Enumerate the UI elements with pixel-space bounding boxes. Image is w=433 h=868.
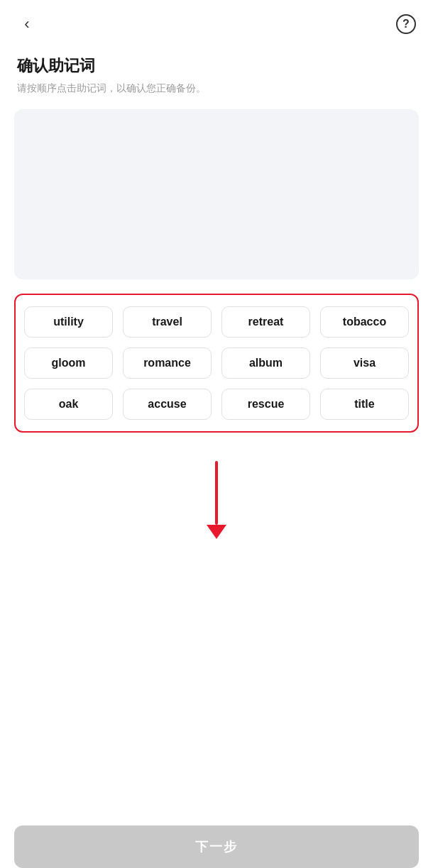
back-button[interactable]: ‹ bbox=[14, 11, 40, 37]
help-icon: ? bbox=[396, 14, 416, 34]
page-subtitle: 请按顺序点击助记词，以确认您正确备份。 bbox=[17, 82, 416, 95]
word-chip-visa[interactable]: visa bbox=[320, 347, 409, 379]
red-arrow bbox=[207, 461, 226, 539]
word-grid: utilitytravelretreattobaccogloomromancea… bbox=[24, 306, 409, 420]
word-chip-album[interactable]: album bbox=[221, 347, 310, 379]
page-title: 确认助记词 bbox=[17, 55, 416, 77]
arrow-container bbox=[0, 447, 433, 560]
word-chip-title[interactable]: title bbox=[320, 389, 409, 420]
word-grid-container: utilitytravelretreattobaccogloomromancea… bbox=[14, 294, 419, 433]
mnemonic-display-area bbox=[14, 109, 419, 279]
title-section: 确认助记词 请按顺序点击助记词，以确认您正确备份。 bbox=[0, 48, 433, 109]
next-button[interactable]: 下一步 bbox=[14, 825, 419, 868]
arrow-line bbox=[215, 461, 218, 525]
word-chip-gloom[interactable]: gloom bbox=[24, 347, 113, 379]
help-button[interactable]: ? bbox=[393, 11, 419, 37]
word-chip-oak[interactable]: oak bbox=[24, 389, 113, 420]
word-chip-retreat[interactable]: retreat bbox=[221, 306, 310, 338]
word-chip-accuse[interactable]: accuse bbox=[123, 389, 212, 420]
word-chip-travel[interactable]: travel bbox=[123, 306, 212, 338]
word-chip-tobacco[interactable]: tobacco bbox=[320, 306, 409, 338]
back-icon: ‹ bbox=[24, 15, 29, 33]
word-chip-rescue[interactable]: rescue bbox=[221, 389, 310, 420]
word-chip-romance[interactable]: romance bbox=[123, 347, 212, 379]
arrow-head bbox=[207, 525, 226, 539]
word-chip-utility[interactable]: utility bbox=[24, 306, 113, 338]
header: ‹ ? bbox=[0, 0, 433, 48]
